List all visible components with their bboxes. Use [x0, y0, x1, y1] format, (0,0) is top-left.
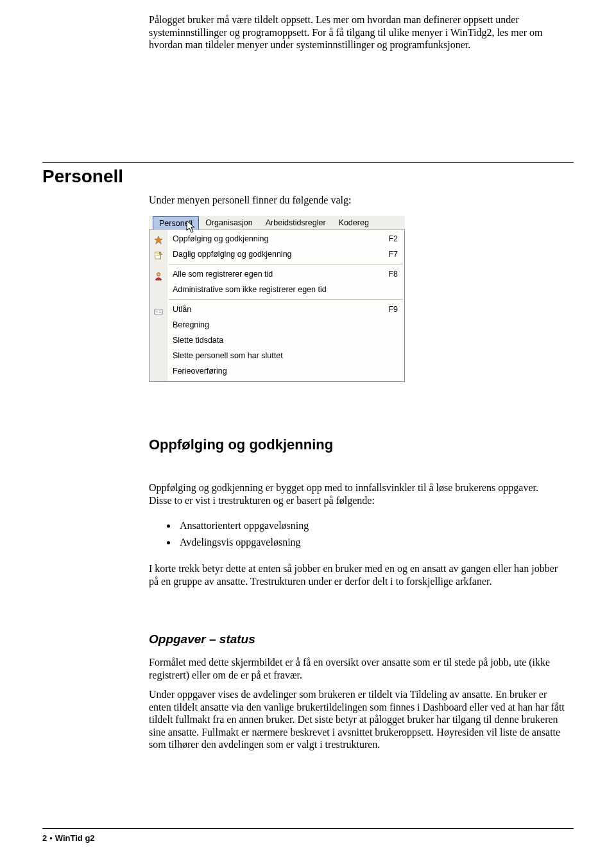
star-person-icon	[154, 236, 163, 245]
menu-item-label: Beregning	[173, 320, 398, 329]
menu-item-label: Daglig oppfølging og godkjenning	[173, 250, 381, 259]
id-card-icon	[154, 307, 163, 316]
section-title: Personell	[42, 166, 123, 187]
menu-item-slette-personell[interactable]: Slette personell som har sluttet	[167, 348, 404, 363]
intro-paragraph: Pålogget bruker må være tildelt oppsett.…	[149, 13, 560, 51]
bullet-list: Ansattorientert oppgaveløsning Avdelings…	[166, 520, 557, 553]
footer-rule	[42, 828, 574, 829]
menu-top-label: Arbeidstidsregler	[266, 218, 326, 227]
menu-body: Oppfølging og godkjenning F2 Daglig oppf…	[167, 230, 404, 381]
menu-item-label: Administrative som ikke registrerer egen…	[173, 285, 390, 294]
menu-item-shortcut: F8	[381, 270, 398, 279]
menu-top-label: Personell	[159, 219, 193, 228]
menu-separator	[169, 264, 403, 264]
menu-top-kodereg[interactable]: Kodereg	[332, 216, 375, 229]
menu-item-slette-tidsdata[interactable]: Slette tidsdata	[167, 333, 404, 348]
bullet-item: Ansattorientert oppgaveløsning	[177, 520, 557, 532]
menu-item-alle[interactable]: Alle som registrerer egen tid F8	[167, 266, 404, 282]
paragraph-b: I korte trekk betyr dette at enten så jo…	[149, 562, 560, 587]
section-rule	[42, 162, 574, 163]
note-icon	[154, 251, 163, 260]
svg-point-4	[157, 273, 160, 276]
menu-separator	[169, 299, 403, 300]
menu-item-daglig[interactable]: Daglig oppfølging og godkjenning F7	[167, 247, 404, 262]
menu-item-label: Ferieoverføring	[173, 367, 398, 376]
menu-item-shortcut: F2	[381, 234, 398, 243]
subheading-oppfolging: Oppfølging og godkjenning	[149, 437, 333, 453]
menu-item-shortcut: F7	[381, 250, 398, 259]
subheading-oppgaver-status: Oppgaver – status	[149, 632, 255, 646]
footer-product: WinTid g2	[55, 833, 95, 843]
menu-item-label: Utlån	[173, 305, 381, 314]
menu-top-personell[interactable]: Personell	[153, 216, 199, 230]
paragraph-a: Oppfølging og godkjenning er bygget opp …	[149, 481, 560, 506]
menu-top-organisasjon[interactable]: Organisasjon	[199, 216, 259, 229]
personell-intro: Under menyen personell finner du følgend…	[149, 195, 560, 206]
menu-item-label: Alle som registrerer egen tid	[173, 270, 381, 279]
menu-item-administrative[interactable]: Administrative som ikke registrerer egen…	[167, 282, 404, 297]
menu-top-arbeidstidsregler[interactable]: Arbeidstidsregler	[259, 216, 332, 229]
menu-bar: Personell Organisasjon Arbeidstidsregler…	[149, 216, 405, 230]
menu-item-shortcut: F9	[381, 305, 398, 314]
svg-marker-0	[155, 236, 162, 244]
menu-icon-gutter	[150, 230, 167, 381]
bullet-item: Avdelingsvis oppgaveløsning	[177, 537, 557, 548]
menu-item-oppfolging[interactable]: Oppfølging og godkjenning F2	[167, 231, 404, 247]
page-footer: 2•WinTid g2	[42, 833, 95, 844]
svg-rect-6	[156, 310, 158, 313]
menu-item-utlan[interactable]: Utlån F9	[167, 302, 404, 317]
paragraph-c: Formålet med dette skjermbildet er å få …	[149, 656, 565, 681]
menu-screenshot: Personell Organisasjon Arbeidstidsregler…	[149, 216, 405, 382]
menu-dropdown: Oppfølging og godkjenning F2 Daglig oppf…	[149, 230, 405, 382]
menu-item-label: Slette tidsdata	[173, 336, 398, 345]
menu-item-beregning[interactable]: Beregning	[167, 317, 404, 333]
menu-item-ferieoverforing[interactable]: Ferieoverføring	[167, 363, 404, 379]
menu-top-label: Organisasjon	[205, 218, 253, 227]
menu-item-label: Oppfølging og godkjenning	[173, 234, 381, 243]
paragraph-d: Under oppgaver vises de avdelinger som b…	[149, 688, 565, 751]
menu-top-label: Kodereg	[339, 218, 369, 227]
footer-dot: •	[47, 833, 55, 843]
person-icon	[154, 272, 163, 281]
menu-item-label: Slette personell som har sluttet	[173, 351, 398, 360]
